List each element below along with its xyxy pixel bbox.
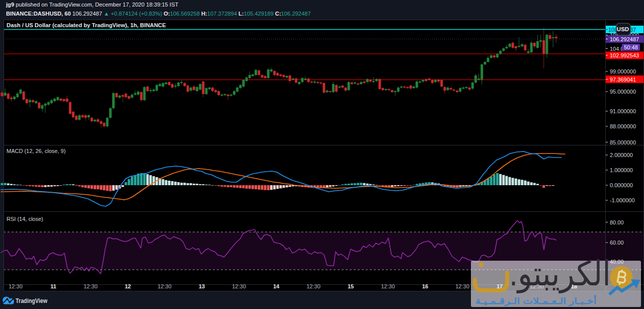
svg-text:88.000000: 88.000000 <box>610 123 636 129</box>
svg-text:97.369041: 97.369041 <box>610 76 636 83</box>
svg-text:95.000000: 95.000000 <box>610 89 636 95</box>
svg-text:Dash / US Dollar (calculated b: Dash / US Dollar (calculated by TradingV… <box>7 22 166 28</box>
svg-text:12:30: 12:30 <box>232 283 246 289</box>
svg-text:12:30: 12:30 <box>84 283 98 289</box>
svg-text:12:30: 12:30 <box>9 283 23 289</box>
svg-text:12:30: 12:30 <box>455 283 469 289</box>
svg-text:USD: USD <box>617 26 629 32</box>
svg-text:12:30: 12:30 <box>381 283 395 289</box>
svg-text:12:30: 12:30 <box>157 283 172 289</box>
svg-text:RSI (14, close): RSI (14, close) <box>7 216 43 222</box>
svg-text:1.000000: 1.000000 <box>610 167 633 173</box>
svg-text:0.000000: 0.000000 <box>610 182 633 188</box>
svg-text:99.000000: 99.000000 <box>610 68 636 74</box>
svg-text:91.000000: 91.000000 <box>610 108 636 114</box>
svg-text:102.992543: 102.992543 <box>610 52 639 58</box>
svg-text:12:30: 12:30 <box>306 283 320 289</box>
svg-text:TradingView: TradingView <box>16 297 48 304</box>
svg-text:2.000000: 2.000000 <box>610 152 633 158</box>
svg-text:106.292487: 106.292487 <box>610 36 639 42</box>
svg-text:60.00: 60.00 <box>610 240 624 246</box>
svg-text:85.000000: 85.000000 <box>610 139 636 145</box>
svg-text:-1.000000: -1.000000 <box>610 197 635 203</box>
svg-text:37: 37 <box>630 27 636 33</box>
svg-text:80.00: 80.00 <box>610 219 624 225</box>
svg-text:MACD (12, 26, close, 9): MACD (12, 26, close, 9) <box>7 148 65 154</box>
svg-text:50:48: 50:48 <box>624 44 638 50</box>
